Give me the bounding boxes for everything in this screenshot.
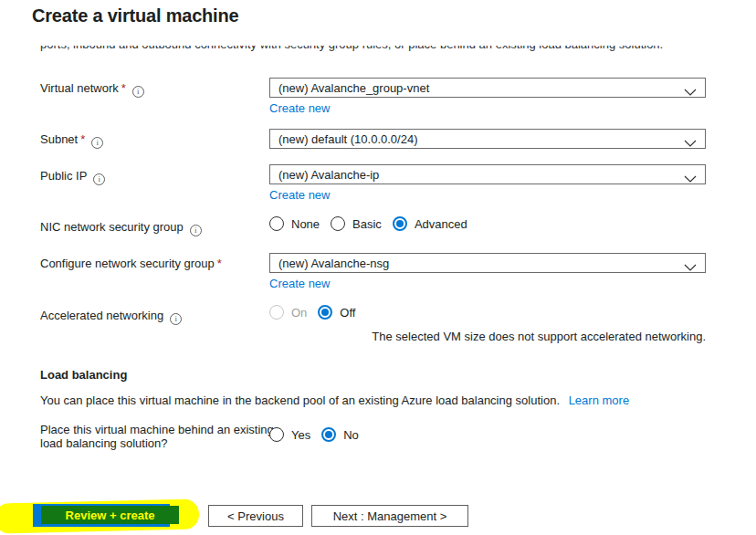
required-asterisk: * xyxy=(80,132,85,146)
accelerated-networking-radio-group: On Off xyxy=(269,305,355,320)
accelerated-networking-note: The selected VM size does not support ac… xyxy=(372,330,706,343)
nic-nsg-radio-group: None Basic Advanced xyxy=(269,216,467,231)
review-create-green-annotation[interactable]: Review + create xyxy=(41,506,179,524)
chevron-down-icon xyxy=(684,85,697,99)
required-asterisk: * xyxy=(217,257,222,270)
dropdown-value: (new) Avalanche-ip xyxy=(278,168,379,182)
label-text: Configure network security group xyxy=(40,257,215,270)
label-text: Accelerated networking xyxy=(40,309,163,322)
virtual-network-create-new-link[interactable]: Create new xyxy=(269,101,330,115)
info-icon[interactable]: i xyxy=(190,225,202,236)
clipped-intro: ports, inbound and outbound connectivity… xyxy=(40,46,698,56)
page-title: Create a virtual machine xyxy=(32,5,238,26)
load-balancing-radio-group: Yes No xyxy=(269,427,359,442)
required-asterisk: * xyxy=(121,81,126,95)
learn-more-link[interactable]: Learn more xyxy=(569,393,629,407)
next-management-button[interactable]: Next : Management > xyxy=(311,505,468,527)
label-text: Public IP xyxy=(40,169,87,183)
dropdown-value: (new) Avalanche_group-vnet xyxy=(278,81,429,95)
clipped-intro-text: ports, inbound and outbound connectivity… xyxy=(40,46,698,51)
virtual-network-dropdown[interactable]: (new) Avalanche_group-vnet xyxy=(269,78,706,98)
info-icon[interactable]: i xyxy=(170,313,182,325)
radio-label: Advanced xyxy=(415,217,467,231)
chevron-down-icon xyxy=(684,136,697,150)
info-icon[interactable]: i xyxy=(91,137,103,149)
radio-option-none[interactable]: None xyxy=(269,216,320,231)
radio-option-advanced[interactable]: Advanced xyxy=(393,216,467,231)
radio-label: No xyxy=(343,428,359,442)
previous-button[interactable]: < Previous xyxy=(208,505,303,527)
accelerated-networking-label: Accelerated networkingi xyxy=(40,309,182,325)
dropdown-value: (new) Avalanche-nsg xyxy=(278,257,389,270)
radio-option-basic[interactable]: Basic xyxy=(331,216,382,231)
label-text: NIC network security group xyxy=(40,220,184,234)
radio-icon-selected xyxy=(318,305,332,320)
label-text: Subnet xyxy=(40,132,78,146)
dropdown-value: (new) default (10.0.0.0/24) xyxy=(278,132,417,146)
radio-label: None xyxy=(291,217,320,231)
public-ip-dropdown[interactable]: (new) Avalanche-ip xyxy=(269,164,706,184)
radio-option-on-disabled: On xyxy=(269,305,307,320)
public-ip-label: Public IPi xyxy=(40,169,105,185)
radio-icon-disabled xyxy=(269,305,284,320)
radio-label: Off xyxy=(340,306,355,320)
chevron-down-icon xyxy=(684,172,697,185)
radio-option-no[interactable]: No xyxy=(321,427,359,442)
load-balancing-heading: Load balancing xyxy=(40,368,127,382)
radio-label: On xyxy=(291,306,307,320)
public-ip-create-new-link[interactable]: Create new xyxy=(269,188,330,202)
chevron-down-icon xyxy=(684,260,697,274)
configure-nsg-dropdown[interactable]: (new) Avalanche-nsg xyxy=(269,253,706,273)
subnet-label: Subnet*i xyxy=(40,132,103,149)
load-balancing-question: Place this virtual machine behind an exi… xyxy=(40,423,279,450)
radio-label: Yes xyxy=(291,428,310,442)
radio-option-yes[interactable]: Yes xyxy=(269,427,310,442)
radio-label: Basic xyxy=(352,217,382,231)
configure-nsg-create-new-link[interactable]: Create new xyxy=(269,277,330,290)
radio-icon-selected xyxy=(393,216,407,231)
subnet-dropdown[interactable]: (new) default (10.0.0.0/24) xyxy=(269,129,706,149)
radio-icon xyxy=(269,216,284,231)
virtual-network-label: Virtual network*i xyxy=(40,81,144,98)
radio-option-off[interactable]: Off xyxy=(318,305,355,320)
radio-icon xyxy=(331,216,345,231)
info-icon[interactable]: i xyxy=(132,86,144,98)
info-icon[interactable]: i xyxy=(93,173,105,185)
nic-nsg-label: NIC network security groupi xyxy=(40,220,202,236)
label-text: Virtual network xyxy=(40,81,119,95)
configure-nsg-label: Configure network security group* xyxy=(40,257,222,270)
description-text: You can place this virtual machine in th… xyxy=(40,393,560,407)
radio-icon-selected xyxy=(321,427,336,442)
load-balancing-description: You can place this virtual machine in th… xyxy=(40,393,629,407)
radio-icon xyxy=(269,427,284,442)
